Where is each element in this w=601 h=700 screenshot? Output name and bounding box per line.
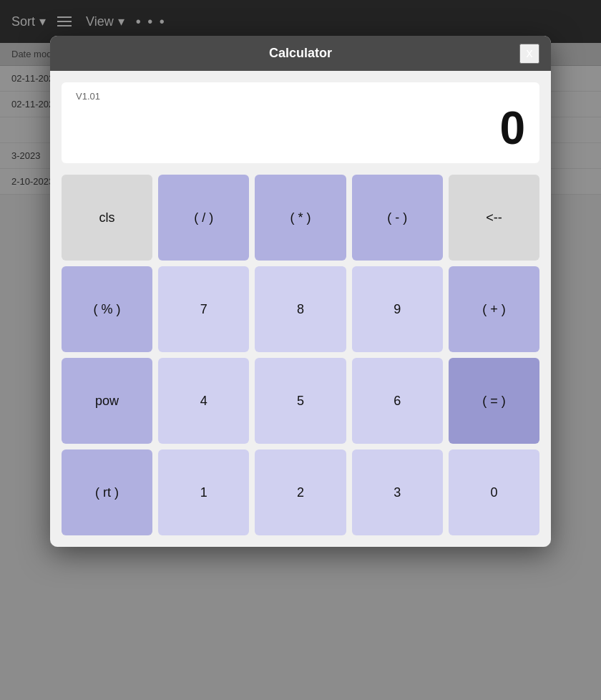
calc-btn-2[interactable]: 2 bbox=[255, 449, 346, 535]
calc-btn------[interactable]: ( = ) bbox=[449, 358, 539, 444]
calc-btn-4[interactable]: 4 bbox=[158, 358, 249, 444]
calc-btn-cls[interactable]: cls bbox=[62, 175, 152, 261]
calculator-modal: Calculator x V1.01 0 cls( / )( * )( - )<… bbox=[50, 36, 551, 547]
calculator-display: V1.01 0 bbox=[62, 82, 539, 163]
calc-btn-7[interactable]: 7 bbox=[158, 266, 249, 352]
calc-btn-0[interactable]: 0 bbox=[449, 449, 539, 535]
calc-btn------[interactable]: ( * ) bbox=[255, 175, 346, 261]
close-button[interactable]: x bbox=[519, 44, 539, 64]
version-label: V1.01 bbox=[76, 91, 525, 102]
calc-btn-3[interactable]: 3 bbox=[352, 449, 443, 535]
calc-btn------[interactable]: ( + ) bbox=[449, 266, 539, 352]
button-row-1: ( % )789( + ) bbox=[62, 266, 539, 352]
calc-btn-5[interactable]: 5 bbox=[255, 358, 346, 444]
button-row-2: pow456( = ) bbox=[62, 358, 539, 444]
button-row-0: cls( / )( * )( - )<-- bbox=[62, 175, 539, 261]
modal-title-bar: Calculator x bbox=[50, 36, 551, 71]
calculator-buttons: cls( / )( * )( - )<--( % )789( + )pow456… bbox=[50, 175, 551, 547]
calc-btn-8[interactable]: 8 bbox=[255, 266, 346, 352]
display-value: 0 bbox=[76, 102, 525, 155]
modal-title: Calculator bbox=[269, 46, 332, 61]
calc-btn------[interactable]: ( % ) bbox=[62, 266, 152, 352]
calc-btn-6[interactable]: 6 bbox=[352, 358, 443, 444]
calc-btn-1[interactable]: 1 bbox=[158, 449, 249, 535]
calc-btn---rt--[interactable]: ( rt ) bbox=[62, 449, 152, 535]
calc-btn-9[interactable]: 9 bbox=[352, 266, 443, 352]
calc-btn------[interactable]: ( - ) bbox=[352, 175, 443, 261]
calc-btn----[interactable]: <-- bbox=[449, 175, 539, 261]
calc-btn------[interactable]: ( / ) bbox=[158, 175, 249, 261]
button-row-3: ( rt )1230 bbox=[62, 449, 539, 535]
calc-btn-pow[interactable]: pow bbox=[62, 358, 152, 444]
